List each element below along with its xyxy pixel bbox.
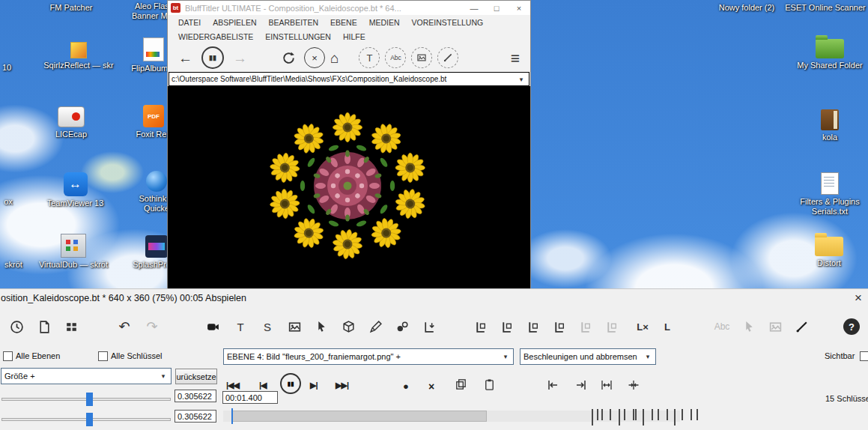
abc-style-icon[interactable]: Abc (711, 316, 732, 337)
attach-layer-icon-2[interactable] (496, 316, 517, 337)
maximize-button[interactable]: □ (485, 4, 508, 13)
sqirlzreflect-icon (70, 42, 87, 58)
previous-frame-button[interactable]: |◀ (259, 381, 267, 390)
timeline-playhead[interactable] (231, 408, 233, 424)
minimize-button[interactable]: — (463, 4, 485, 13)
preset-abc-button[interactable]: Abc (385, 47, 406, 68)
address-dropdown-icon[interactable]: ▾ (516, 76, 526, 83)
menu-einstellungen[interactable]: EINSTELLUNGEN (259, 32, 337, 41)
skip-end-button[interactable]: ▶▶| (336, 381, 348, 390)
sketch-layer-icon[interactable]: S (257, 316, 278, 337)
menu-ebene[interactable]: EBENE (324, 18, 363, 27)
home-button[interactable]: ⌂ (330, 51, 339, 65)
help-button[interactable]: ? (843, 318, 860, 335)
desktop-partial-label-ox[interactable]: ox (0, 197, 16, 207)
attach-layer-icon-1[interactable] (470, 316, 491, 337)
abc-preset-icon: Abc (390, 54, 401, 61)
picture-layer-icon[interactable] (284, 316, 305, 337)
pointer-style-icon[interactable] (738, 316, 759, 337)
menu-hilfe[interactable]: HILFE (337, 32, 371, 41)
desktop-icon-kola[interactable]: kola (809, 109, 851, 142)
value-x-input[interactable] (174, 390, 216, 402)
cancel-button[interactable]: × (304, 47, 325, 68)
knife-style-icon[interactable] (791, 316, 812, 337)
address-bar[interactable]: c:\Outerspace Software\BluffTitler\Media… (169, 72, 529, 86)
desktop-icon-virtualdub[interactable]: VirtualDub — skröt (30, 234, 117, 270)
history-icon[interactable] (6, 316, 27, 337)
key-center-icon[interactable] (625, 376, 643, 394)
menu-datei[interactable]: DATEI (172, 18, 207, 27)
key-stretch-icon[interactable] (598, 376, 616, 394)
teamviewer-icon: ↔ (64, 172, 88, 196)
close-button[interactable]: × (508, 4, 530, 13)
timeline-scrollbar-thumb[interactable] (232, 411, 487, 422)
delete-key-button[interactable]: × (428, 381, 434, 393)
import-layer-icon[interactable] (419, 316, 440, 337)
attach-layer-icon-4[interactable] (548, 316, 569, 337)
refresh-button[interactable] (278, 47, 299, 68)
skip-start-button[interactable]: |◀◀ (226, 381, 239, 390)
desktop-icon-distort[interactable]: Distort (803, 237, 855, 268)
undo-button[interactable]: ↶ (114, 316, 135, 337)
all-layers-checkbox[interactable] (3, 351, 13, 361)
preset-image-button[interactable] (411, 47, 432, 68)
desktop-icon-fm-patcher[interactable]: FM Patcher (30, 3, 112, 13)
record-key-button[interactable]: ● (403, 381, 409, 392)
keyframe-tick (633, 409, 634, 420)
menu-abspielen[interactable]: ABSPIELEN (207, 18, 262, 27)
key-next-icon[interactable] (572, 376, 590, 394)
preview-viewport[interactable] (168, 86, 530, 288)
reset-button[interactable]: urücksetze (175, 369, 217, 384)
menu-wiedergabeliste[interactable]: WIEDERGABELISTE (172, 32, 259, 41)
time-display[interactable] (222, 391, 278, 404)
value-y-slider-handle[interactable] (86, 413, 93, 426)
duplicate-key-button[interactable] (452, 376, 469, 393)
layer-list-icon[interactable]: L (657, 316, 678, 337)
desktop-partial-label-10[interactable]: 10 (0, 63, 13, 73)
value-x-slider-handle[interactable] (86, 393, 93, 406)
attach-layer-icon-5[interactable] (574, 316, 595, 337)
attach-layer-icon-6[interactable] (601, 316, 622, 337)
export-icon[interactable] (34, 316, 55, 337)
menu-voreinstellung[interactable]: VOREINSTELLUNG (406, 18, 490, 27)
desktop-icon-licecap[interactable]: LICEcap (41, 106, 101, 139)
forward-button[interactable]: → (233, 51, 247, 65)
storyboard-icon[interactable] (61, 316, 82, 337)
desktop-icon-eset[interactable]: ESET Online Scanner (783, 3, 867, 13)
text-layer-icon[interactable]: T (230, 316, 251, 337)
back-button[interactable]: ← (178, 51, 192, 65)
paste-key-button[interactable] (481, 376, 497, 393)
window-titlebar[interactable]: bt BluffTitler ULTIMATE - Composition_Ka… (168, 1, 530, 15)
menu-bearbeiten[interactable]: BEARBEITEN (263, 18, 325, 27)
container-layer-icon[interactable] (338, 316, 359, 337)
value-y-input[interactable] (174, 410, 216, 423)
desktop-icon-sqirlzreflect[interactable]: SqirlzReflect — skr (34, 42, 124, 70)
pause-playback-button[interactable]: ▮▮ (280, 373, 301, 394)
next-frame-button[interactable]: ▶| (310, 381, 318, 390)
layer-dropdown[interactable]: EBENE 4: Bild "fleurs_200_franiemargot.p… (223, 348, 514, 365)
property-dropdown[interactable]: Größe + ▾ (1, 368, 172, 384)
redo-button[interactable]: ↷ (142, 316, 163, 337)
preset-line-button[interactable] (437, 47, 458, 68)
desktop-icon-teamviewer[interactable]: ↔ TeamViewer 13 (36, 172, 115, 208)
all-keys-checkbox[interactable] (98, 351, 108, 361)
panel-close-button[interactable]: × (851, 291, 866, 306)
desktop-icon-nowy-folder[interactable]: Nowy folder (2) (702, 3, 791, 13)
pen-layer-icon[interactable] (365, 316, 386, 337)
desktop-partial-label-skrot[interactable]: skröt (0, 260, 27, 270)
easing-dropdown[interactable]: Beschleunigen und abbremsen ▾ (520, 348, 656, 365)
attach-layer-icon-3[interactable] (522, 316, 543, 337)
menu-medien[interactable]: MEDIEN (363, 18, 406, 27)
particle-layer-icon[interactable] (392, 316, 413, 337)
preset-text-button[interactable]: T (359, 47, 380, 68)
detach-layer-icon[interactable]: L× (632, 316, 653, 337)
visible-checkbox[interactable] (860, 351, 868, 361)
key-previous-icon[interactable] (544, 376, 562, 394)
pause-button[interactable]: ▮▮ (201, 46, 224, 69)
desktop-icon-filters-serials[interactable]: Filters & Plugins Serials.txt (792, 172, 867, 216)
camera-layer-icon[interactable] (202, 316, 223, 337)
picture-style-icon[interactable] (765, 316, 786, 337)
select-layer-icon[interactable] (311, 316, 332, 337)
menu-button[interactable]: ≡ (511, 50, 520, 66)
desktop-icon-my-shared-folder[interactable]: My Shared Folder (794, 39, 866, 70)
